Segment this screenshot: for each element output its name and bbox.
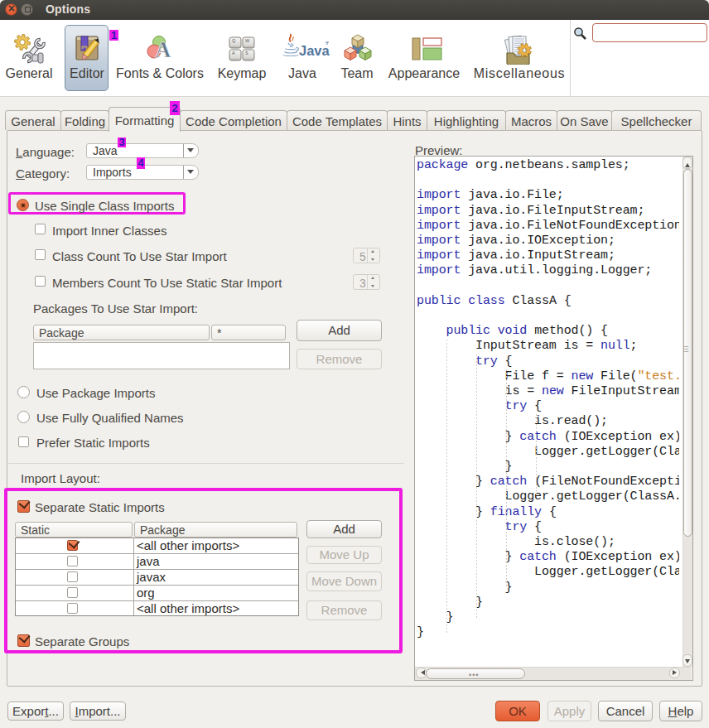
svg-text:A: A — [155, 37, 171, 61]
svg-text:S: S — [245, 51, 248, 55]
svg-text:Q: Q — [232, 38, 236, 43]
svg-text:A: A — [232, 51, 235, 55]
svg-text:W: W — [245, 38, 250, 43]
svg-text:Java: Java — [299, 43, 330, 58]
